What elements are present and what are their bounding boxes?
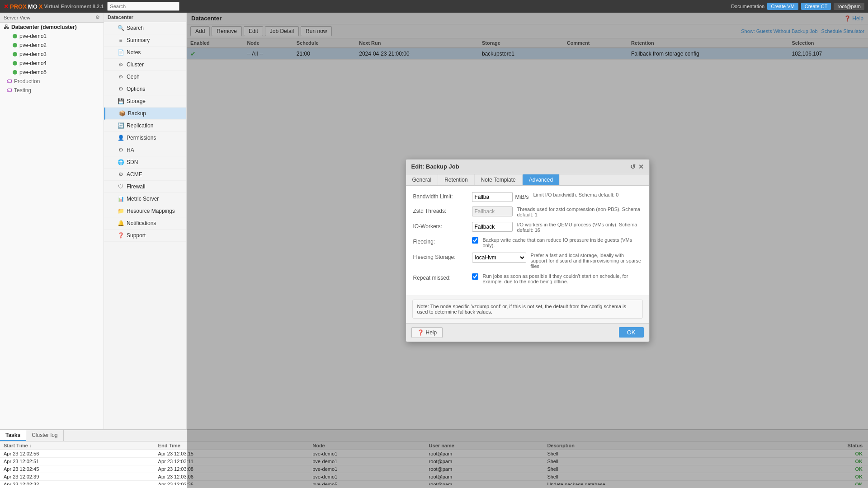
fleecing-desc: Backup write cache that can reduce IO pr… [483, 237, 642, 248]
help-label: Help [426, 329, 437, 336]
create-vm-button[interactable]: Create VM [767, 3, 798, 10]
modal-close-icon[interactable]: ✕ [638, 163, 644, 170]
nav-label: Backup [128, 110, 146, 117]
nav-label: Replication [127, 122, 153, 129]
tab-note-template[interactable]: Note Template [475, 174, 523, 185]
modal-overlay: Edit: Backup Job ↺ ✕ General Retention N… [187, 13, 868, 488]
sidebar-item-pve-demo3[interactable]: pve-demo3 [0, 50, 104, 59]
nav-label: Summary [127, 37, 150, 43]
content-area: Datacenter ❓ Help Add Remove Edit Job De… [187, 13, 868, 488]
node-name: pve-demo2 [19, 42, 47, 48]
sidebar-item-sdn[interactable]: 🌐 SDN [104, 156, 186, 169]
io-workers-label: IO-Workers: [413, 222, 472, 230]
tab-retention[interactable]: Retention [438, 174, 474, 185]
modal-header: Edit: Backup Job ↺ ✕ [406, 160, 649, 174]
repeat-missed-row: Repeat missed: Run jobs as soon as possi… [413, 273, 642, 284]
edit-backup-job-modal: Edit: Backup Job ↺ ✕ General Retention N… [406, 159, 650, 342]
documentation-link[interactable]: Documentation [731, 4, 764, 9]
zstd-threads-controls [472, 206, 513, 216]
group-name: Testing [14, 87, 31, 94]
search-input[interactable] [107, 2, 179, 11]
repeat-missed-controls [472, 273, 478, 280]
fleecing-storage-select[interactable]: local-lvm [472, 253, 526, 263]
sidebar-item-search[interactable]: 🔍 Search [104, 22, 186, 34]
sidebar-item-acme[interactable]: ⚙ ACME [104, 169, 186, 181]
sidebar-item-metric-server[interactable]: 📊 Metric Server [104, 193, 186, 205]
ha-nav-icon: ⚙ [118, 147, 124, 153]
sidebar-header: Server View ⚙ [0, 13, 104, 23]
tag-icon: 🏷 [6, 78, 12, 84]
create-ct-button[interactable]: Create CT [801, 3, 831, 10]
topbar: ✕ PROXMOX Virtual Environment 8.2.1 Docu… [0, 0, 868, 13]
tab-advanced[interactable]: Advanced [523, 174, 560, 185]
modal-note: Note: The node-specific 'vzdump.conf' or… [412, 300, 643, 319]
cell-start: Apr 23 12:02:45 [0, 465, 155, 473]
modal-header-icons: ↺ ✕ [630, 163, 644, 170]
bandwidth-limit-desc: Limit I/O bandwidth. Schema default: 0 [533, 192, 642, 197]
zstd-threads-input[interactable] [472, 206, 513, 216]
node-name: pve-demo4 [19, 60, 47, 66]
fleecing-storage-controls: local-lvm [472, 253, 526, 263]
sidebar-item-pve-demo5[interactable]: pve-demo5 [0, 68, 104, 77]
node-name: pve-demo5 [19, 69, 47, 75]
node-status-dot [13, 61, 17, 66]
sidebar-item-pve-demo2[interactable]: pve-demo2 [0, 41, 104, 50]
cell-start: Apr 23 12:02:51 [0, 458, 155, 465]
bandwidth-limit-label: Bandwidth Limit: [413, 192, 472, 200]
sidebar-item-ha[interactable]: ⚙ HA [104, 144, 186, 156]
notifications-nav-icon: 🔔 [118, 220, 124, 226]
summary-nav-icon: ≡ [118, 37, 124, 43]
fleecing-storage-label: Fleecing Storage: [413, 253, 472, 260]
bandwidth-unit: MiB/s [515, 194, 529, 200]
bandwidth-limit-input[interactable] [472, 192, 513, 202]
repeat-missed-desc: Run jobs as soon as possible if they cou… [483, 273, 642, 284]
sidebar-item-notes[interactable]: 📄 Notes [104, 47, 186, 59]
sidebar-item-support[interactable]: ❓ Support [104, 230, 186, 242]
sidebar-item-firewall[interactable]: 🛡 Firewall [104, 181, 186, 193]
sidebar-item-notifications[interactable]: 🔔 Notifications [104, 217, 186, 230]
sidebar-item-pve-demo4[interactable]: pve-demo4 [0, 59, 104, 68]
nav-panel: Datacenter 🔍 Search ≡ Summary 📄 Notes ⚙ … [104, 13, 187, 488]
cell-start: Apr 23 12:02:39 [0, 473, 155, 481]
modal-refresh-icon[interactable]: ↺ [630, 163, 636, 170]
sidebar-item-resource-mappings[interactable]: 📁 Resource Mappings [104, 205, 186, 217]
node-status-dot [13, 52, 17, 56]
io-workers-input[interactable] [472, 222, 513, 232]
sidebar-item-testing[interactable]: 🏷 Testing [0, 86, 104, 95]
sidebar-item-ceph[interactable]: ⚙ Ceph [104, 71, 186, 83]
tab-general[interactable]: General [406, 174, 439, 185]
datacenter-node[interactable]: 🖧 Datacenter (democluster) [0, 23, 104, 32]
sidebar-item-options[interactable]: ⚙ Options [104, 83, 186, 95]
bottom-tab-cluster-log[interactable]: Cluster log [26, 430, 63, 441]
sidebar-item-cluster[interactable]: ⚙ Cluster [104, 59, 186, 71]
sidebar-item-summary[interactable]: ≡ Summary [104, 34, 186, 47]
sidebar-item-backup[interactable]: 📦 Backup [104, 108, 186, 120]
sidebar-item-replication[interactable]: 🔄 Replication [104, 120, 186, 132]
sdn-nav-icon: 🌐 [118, 159, 124, 165]
nav-section-header: Datacenter [104, 13, 186, 22]
datacenter-label: Datacenter (democluster) [11, 24, 77, 30]
acme-nav-icon: ⚙ [118, 171, 124, 178]
app-logo: ✕ PROXMOX Virtual Environment 8.2.1 [4, 3, 104, 10]
bottom-tab-tasks[interactable]: Tasks [0, 430, 26, 441]
fleecing-checkbox[interactable] [472, 237, 478, 244]
nav-label: SDN [127, 159, 138, 165]
modal-help-button[interactable]: ❓ Help [411, 327, 443, 338]
repeat-missed-checkbox[interactable] [472, 273, 478, 280]
modal-ok-button[interactable]: OK [619, 327, 644, 338]
col-start-time: Start Time ↓ [0, 441, 155, 450]
nav-label: Storage [127, 98, 146, 104]
nav-label: Metric Server [127, 196, 159, 202]
tag-icon: 🏷 [6, 87, 12, 94]
sidebar-item-pve-demo1[interactable]: pve-demo1 [0, 32, 104, 41]
top-buttons: Documentation Create VM Create CT root@p… [731, 3, 864, 10]
sidebar-settings-icon[interactable]: ⚙ [95, 14, 100, 20]
options-nav-icon: ⚙ [118, 86, 124, 92]
sidebar-item-production[interactable]: 🏷 Production [0, 77, 104, 86]
fleecing-storage-row: Fleecing Storage: local-lvm Prefer a fas… [413, 253, 642, 269]
resource-mappings-nav-icon: 📁 [118, 208, 124, 214]
sidebar-item-permissions[interactable]: 👤 Permissions [104, 132, 186, 144]
user-menu-button[interactable]: root@pam [834, 3, 864, 10]
help-icon: ❓ [417, 329, 424, 336]
sidebar-item-storage[interactable]: 💾 Storage [104, 95, 186, 108]
